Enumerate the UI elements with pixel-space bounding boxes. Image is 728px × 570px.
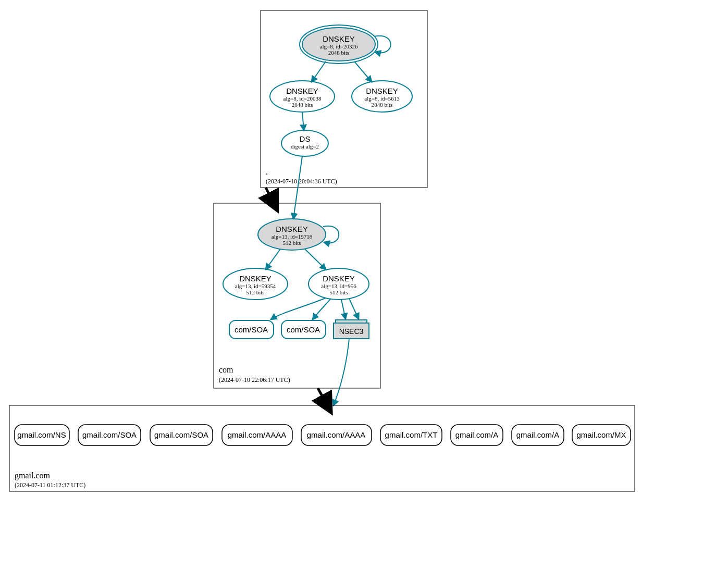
svg-text:gmail.com/NS: gmail.com/NS <box>17 430 66 439</box>
svg-text:2048 bits: 2048 bits <box>372 102 393 108</box>
node-root-zsk1[interactable]: DNSKEY alg=8, id=20038 2048 bits <box>270 81 335 112</box>
svg-text:2048 bits: 2048 bits <box>292 102 313 108</box>
svg-text:gmail.com/A: gmail.com/A <box>455 430 499 439</box>
svg-text:512 bits: 512 bits <box>329 289 348 295</box>
svg-text:gmail.com/SOA: gmail.com/SOA <box>154 430 208 439</box>
node-root-ksk[interactable]: DNSKEY alg=8, id=20326 2048 bits <box>300 25 378 64</box>
node-root-zsk2[interactable]: DNSKEY alg=8, id=5613 2048 bits <box>352 81 412 112</box>
edge-root-ksk-self <box>374 36 391 53</box>
node-root-ds[interactable]: DS digest alg=2 <box>281 130 328 156</box>
edge-comzsk2-soa1 <box>271 298 326 319</box>
rrset-gmail-mx[interactable]: gmail.com/MX <box>572 425 631 445</box>
svg-text:DNSKEY: DNSKEY <box>276 225 308 233</box>
node-com-zsk2[interactable]: DNSKEY alg=13, id=956 512 bits <box>309 268 369 300</box>
svg-text:gmail.com/AAAA: gmail.com/AAAA <box>307 430 366 439</box>
svg-text:512 bits: 512 bits <box>246 289 264 295</box>
gmail-rrsets-row: gmail.com/NS gmail.com/SOA gmail.com/SOA… <box>15 425 631 445</box>
svg-text:digest alg=2: digest alg=2 <box>291 143 319 150</box>
svg-text:DS: DS <box>300 134 311 143</box>
svg-text:DNSKEY: DNSKEY <box>366 86 398 95</box>
svg-rect-37 <box>9 405 635 491</box>
svg-text:com/SOA: com/SOA <box>287 325 320 334</box>
svg-text:gmail.com/MX: gmail.com/MX <box>576 430 626 439</box>
zone-com-label: com <box>219 365 233 374</box>
zone-gmail-label: gmail.com <box>15 471 51 480</box>
edge-comksk-zsk1 <box>266 249 280 269</box>
rrset-gmail-ns[interactable]: gmail.com/NS <box>15 425 69 445</box>
svg-text:alg=8, id=5613: alg=8, id=5613 <box>364 95 400 102</box>
node-com-ksk[interactable]: DNSKEY alg=13, id=19718 512 bits <box>258 219 326 250</box>
rrset-gmail-aaaa-2[interactable]: gmail.com/AAAA <box>301 425 372 445</box>
zone-com-ts: (2024-07-10 22:06:17 UTC) <box>219 376 290 383</box>
svg-text:gmail.com/AAAA: gmail.com/AAAA <box>228 430 287 439</box>
svg-text:alg=13, id=59354: alg=13, id=59354 <box>235 283 276 289</box>
svg-text:DNSKEY: DNSKEY <box>286 86 318 95</box>
zone-root-ts: (2024-07-10 20:04:36 UTC) <box>266 178 337 185</box>
node-com-soa-2[interactable]: com/SOA <box>281 320 326 339</box>
svg-text:alg=13, id=956: alg=13, id=956 <box>321 283 356 289</box>
svg-text:gmail.com/SOA: gmail.com/SOA <box>82 430 137 439</box>
svg-text:512 bits: 512 bits <box>282 240 301 246</box>
svg-text:com/SOA: com/SOA <box>235 325 268 334</box>
node-com-zsk1[interactable]: DNSKEY alg=13, id=59354 512 bits <box>223 268 288 300</box>
node-com-soa-1[interactable]: com/SOA <box>229 320 274 339</box>
svg-text:DNSKEY: DNSKEY <box>239 274 272 283</box>
edge-zone-com-to-gmail <box>318 388 327 405</box>
rrset-gmail-soa-2[interactable]: gmail.com/SOA <box>150 425 213 445</box>
edge-zone-root-to-com <box>266 188 274 203</box>
node-nsec3[interactable]: NSEC3 <box>334 320 369 339</box>
svg-text:alg=8, id=20326: alg=8, id=20326 <box>320 43 358 49</box>
edge-comzsk2-nsec3a <box>341 300 346 319</box>
svg-text:DNSKEY: DNSKEY <box>323 274 355 283</box>
rrset-gmail-aaaa-1[interactable]: gmail.com/AAAA <box>222 425 292 445</box>
edge-nsec3-gmail <box>334 339 349 405</box>
rrset-gmail-soa-1[interactable]: gmail.com/SOA <box>78 425 141 445</box>
svg-text:alg=13, id=19718: alg=13, id=19718 <box>272 233 313 240</box>
edge-rootksk-zsk2 <box>354 61 372 82</box>
zone-gmail: gmail.com (2024-07-11 01:12:37 UTC) <box>9 405 635 491</box>
svg-text:gmail.com/TXT: gmail.com/TXT <box>385 430 438 439</box>
edge-rootksk-zsk1 <box>312 61 326 82</box>
edge-rootzsk1-ds <box>302 112 304 130</box>
zone-gmail-ts: (2024-07-11 01:12:37 UTC) <box>15 481 85 489</box>
svg-text:NSEC3: NSEC3 <box>339 327 364 336</box>
svg-text:alg=8, id=20038: alg=8, id=20038 <box>283 95 322 102</box>
rrset-gmail-a-1[interactable]: gmail.com/A <box>451 425 503 445</box>
zone-root-label: . <box>266 167 268 176</box>
rrset-gmail-a-2[interactable]: gmail.com/A <box>512 425 564 445</box>
svg-text:DNSKEY: DNSKEY <box>323 34 355 43</box>
edge-comksk-zsk2 <box>305 249 326 269</box>
svg-text:gmail.com/A: gmail.com/A <box>516 430 560 439</box>
edge-comzsk2-nsec3b <box>349 299 359 319</box>
rrset-gmail-txt[interactable]: gmail.com/TXT <box>380 425 442 445</box>
svg-text:2048 bits: 2048 bits <box>328 49 350 56</box>
